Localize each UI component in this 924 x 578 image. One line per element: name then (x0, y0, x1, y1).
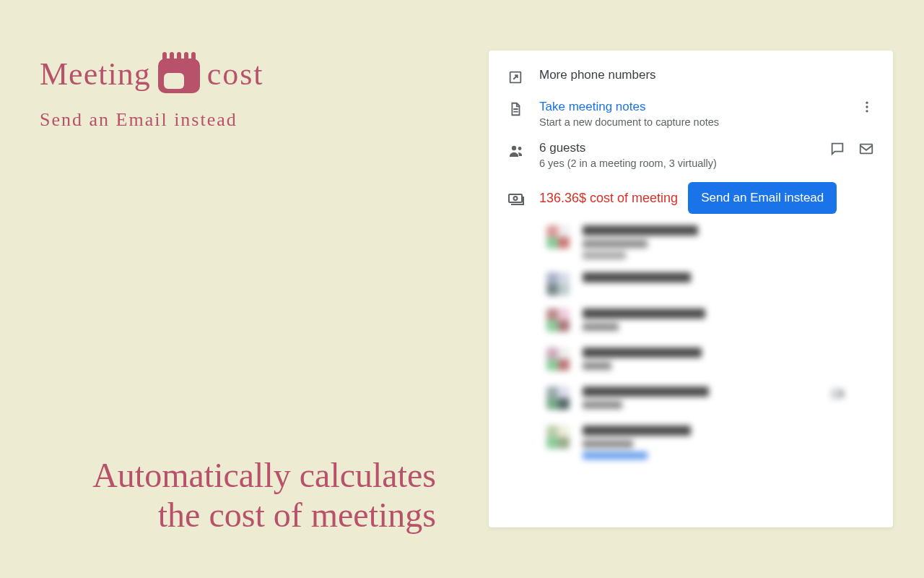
avatar (546, 225, 570, 249)
svg-point-5 (518, 147, 522, 150)
take-meeting-notes-row[interactable]: Take meeting notes Start a new document … (489, 92, 893, 134)
meeting-cost-value: 136.36$ cost of meeting (539, 191, 678, 206)
brand-word-cost: cost (207, 56, 264, 92)
meeting-cost-row: 136.36$ cost of meeting Send an Email in… (489, 175, 893, 220)
guests-count-label: 6 guests (539, 141, 815, 155)
headline-line-1: Automatically calculates (32, 455, 436, 495)
svg-point-8 (514, 197, 518, 200)
take-meeting-notes-sub: Start a new document to capture notes (539, 116, 845, 128)
guest-item (546, 225, 874, 259)
svg-point-3 (866, 110, 868, 112)
avatar (546, 387, 570, 410)
brand-word-meeting: Meeting (40, 56, 151, 92)
svg-point-1 (866, 102, 868, 104)
more-options-icon[interactable] (860, 100, 874, 114)
document-icon (507, 101, 525, 118)
svg-point-2 (866, 105, 868, 108)
more-phone-numbers-row[interactable]: More phone numbers (489, 61, 893, 92)
guests-breakdown-label: 6 yes (2 in a meeting room, 3 virtually) (539, 158, 815, 169)
mail-icon[interactable] (858, 141, 874, 157)
more-phone-numbers-label: More phone numbers (539, 68, 874, 82)
svg-rect-9 (833, 390, 840, 397)
svg-point-4 (512, 146, 516, 150)
guest-list (489, 220, 893, 460)
open-external-icon (507, 69, 525, 87)
video-icon (831, 387, 845, 401)
calendar-icon (158, 54, 200, 93)
guest-item (546, 309, 874, 335)
svg-rect-7 (509, 194, 522, 202)
brand-block: Meeting cost Send an Email instead (40, 54, 264, 131)
avatar (546, 309, 570, 332)
guest-item (546, 426, 874, 460)
guest-item (546, 272, 874, 296)
meeting-detail-card: More phone numbers Take meeting notes St… (489, 51, 893, 527)
guests-summary-row[interactable]: 6 guests 6 yes (2 in a meeting room, 3 v… (489, 134, 893, 175)
marketing-headline: Automatically calculates the cost of mee… (32, 455, 436, 535)
send-email-instead-button[interactable]: Send an Email instead (688, 182, 837, 214)
avatar (546, 426, 570, 449)
take-meeting-notes-title: Take meeting notes (539, 100, 845, 114)
avatar (546, 272, 570, 296)
brand-logo: Meeting cost (40, 54, 264, 93)
avatar (546, 348, 570, 371)
brand-tagline: Send an Email instead (40, 109, 264, 131)
guest-item (546, 387, 874, 413)
people-icon (507, 142, 525, 160)
headline-line-2: the cost of meetings (32, 495, 436, 535)
chat-icon[interactable] (829, 141, 845, 157)
money-icon (507, 190, 525, 207)
svg-rect-6 (860, 144, 873, 154)
guest-item (546, 348, 874, 374)
